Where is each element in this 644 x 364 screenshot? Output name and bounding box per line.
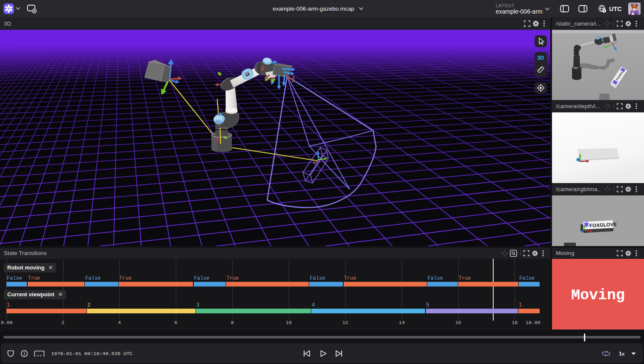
svg-text:FOXGLOVE: FOXGLOVE <box>590 228 612 233</box>
